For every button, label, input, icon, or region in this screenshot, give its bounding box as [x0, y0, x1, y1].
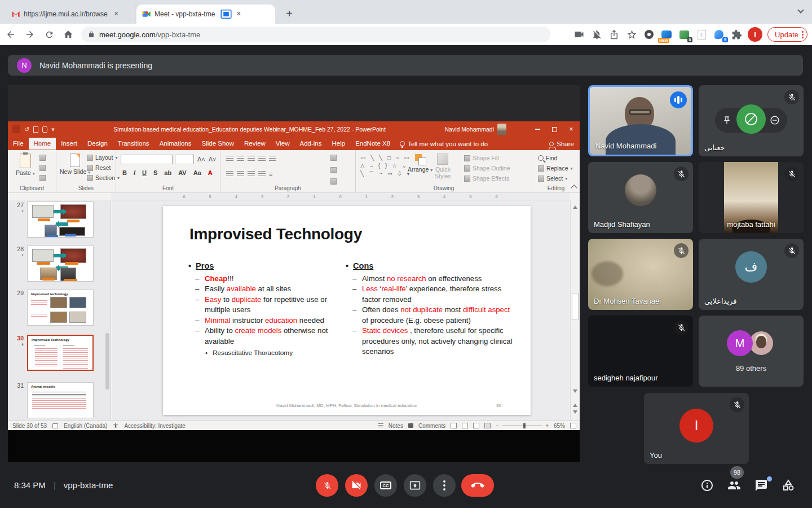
text-direction-icon[interactable]: [330, 155, 337, 161]
extension-uploader-icon[interactable]: [695, 28, 708, 41]
scroll-down-icon[interactable]: [573, 389, 577, 395]
layout-button[interactable]: Layout▾: [87, 154, 118, 161]
ribbon-tab[interactable]: Slide Show: [197, 138, 240, 150]
thumbnail-scrollbar[interactable]: [105, 333, 109, 389]
thumbnail-slide-27[interactable]: 27*: [11, 202, 94, 238]
more-options-button[interactable]: [433, 474, 456, 497]
character-spacing-button[interactable]: AV: [176, 169, 188, 176]
ribbon-tab[interactable]: EndNote X8: [350, 138, 395, 150]
bold-button[interactable]: B: [121, 169, 129, 176]
reset-button[interactable]: Reset: [87, 164, 111, 171]
extension-new-icon[interactable]: NEW: [660, 28, 673, 41]
camera-in-use-icon[interactable]: [573, 28, 585, 41]
normal-view-icon[interactable]: [451, 423, 457, 428]
minimize-button[interactable]: [529, 121, 546, 137]
reading-view-icon[interactable]: [473, 423, 479, 428]
extension-idm-icon[interactable]: X: [678, 28, 690, 41]
quick-styles-button[interactable]: QuickStyles: [435, 154, 451, 179]
ribbon-tab[interactable]: Help: [327, 138, 351, 150]
scroll-up-icon[interactable]: [573, 203, 577, 209]
justify-icon[interactable]: [258, 171, 266, 177]
thumbnail-slide-28[interactable]: 28*: [11, 246, 94, 282]
participant-tile-sedigheh[interactable]: sedigheh najafipour: [588, 316, 693, 387]
ribbon-tab[interactable]: Animations: [155, 138, 197, 150]
ribbon-tab[interactable]: Insert: [56, 138, 82, 150]
undo-icon[interactable]: ↺: [24, 126, 29, 133]
italic-button[interactable]: I: [132, 169, 137, 176]
participant-tile-jetabi[interactable]: جعتابی: [699, 85, 804, 156]
align-left-icon[interactable]: [226, 171, 233, 177]
align-right-icon[interactable]: [248, 171, 255, 177]
ribbon-tab[interactable]: Design: [82, 138, 113, 150]
change-case-button[interactable]: Aa: [192, 169, 203, 176]
address-bar[interactable]: meet.google.com/vpp-bxta-tme: [81, 27, 550, 42]
thumbnail-slide-31[interactable]: 31 Animal models: [11, 382, 94, 418]
chat-button[interactable]: [754, 479, 768, 492]
slide-vertical-scrollbar[interactable]: [570, 200, 580, 421]
font-color-button[interactable]: A: [206, 169, 214, 176]
columns-icon[interactable]: ≡: [269, 170, 272, 177]
font-name-input[interactable]: [121, 155, 173, 164]
tab-search-chevron-icon[interactable]: [798, 8, 806, 16]
ribbon-tab[interactable]: View: [271, 138, 295, 150]
activities-button[interactable]: [782, 479, 795, 492]
slide-canvas[interactable]: Improvised Technology •Pros –Cheap!!!–Ea…: [163, 206, 531, 415]
scrollbar-thumb[interactable]: [572, 293, 579, 320]
thumbnail-slide-29[interactable]: 29 Improvised technology: [11, 290, 94, 326]
underline-button[interactable]: U: [140, 169, 148, 176]
align-center-icon[interactable]: [237, 171, 244, 177]
ribbon-tab[interactable]: Transitions: [113, 138, 155, 150]
bookmark-star-icon[interactable]: [625, 28, 638, 41]
comments-button[interactable]: Comments: [418, 423, 445, 429]
new-slide-button[interactable]: New Slide ▾: [60, 154, 90, 175]
ribbon-display-options-icon[interactable]: [512, 121, 529, 137]
pin-icon[interactable]: [722, 116, 731, 125]
ppt-quick-access-toolbar[interactable]: ↺ ▾: [12, 125, 55, 133]
participant-tile-madjid[interactable]: Madjid Shafiayan: [588, 162, 693, 233]
grow-shrink-font-icons[interactable]: A˄A˅: [197, 156, 217, 163]
smartart-icon[interactable]: [330, 178, 337, 185]
extension-ghost-icon[interactable]: [643, 28, 655, 41]
find-button[interactable]: Find: [538, 155, 557, 161]
others-tile[interactable]: M 89 others: [699, 316, 804, 387]
zoom-slider[interactable]: − +: [496, 423, 549, 429]
format-painter-icon[interactable]: [39, 175, 46, 181]
fit-to-window-icon[interactable]: [570, 423, 576, 428]
close-button[interactable]: ×: [563, 121, 580, 137]
notes-button[interactable]: Notes: [389, 423, 403, 429]
zoom-thumb[interactable]: [523, 423, 526, 428]
mic-toggle-button[interactable]: [316, 474, 338, 497]
participant-tile-farida[interactable]: ف فريداعلايي: [699, 239, 804, 310]
next-slide-icon[interactable]: [573, 410, 577, 416]
participant-tile-navid[interactable]: Navid Mohammadi: [588, 85, 693, 156]
camera-toggle-button[interactable]: [345, 474, 368, 497]
ribbon-tab[interactable]: Add-ins: [295, 138, 327, 150]
section-button[interactable]: Section▾: [87, 174, 120, 181]
new-tab-button[interactable]: +: [282, 7, 297, 21]
browser-tab-meet[interactable]: Meet - vpp-bxta-tme ×: [136, 5, 275, 24]
leave-call-button[interactable]: [461, 474, 494, 497]
tell-me-box[interactable]: Tell me what you want to do: [400, 141, 488, 147]
slideshow-view-icon[interactable]: [484, 423, 491, 428]
zoom-in-icon[interactable]: +: [545, 423, 549, 429]
back-button[interactable]: [2, 26, 19, 43]
captions-button[interactable]: CC: [374, 474, 397, 497]
forward-button[interactable]: [21, 26, 38, 43]
chrome-update-button[interactable]: Update: [767, 27, 807, 42]
self-tile[interactable]: I You: [644, 393, 749, 464]
numbering-icon[interactable]: [237, 156, 244, 162]
meeting-details-button[interactable]: [700, 479, 714, 492]
font-size-input[interactable]: [175, 155, 194, 164]
browser-tab-ijme[interactable]: https://ijme.mui.ac.ir/browse.p ×: [6, 5, 135, 24]
slide-sorter-view-icon[interactable]: [462, 423, 468, 428]
save-icon[interactable]: [42, 126, 47, 133]
zoom-out-icon[interactable]: −: [496, 423, 499, 429]
cut-icon[interactable]: [39, 155, 46, 161]
align-text-icon[interactable]: [330, 167, 337, 173]
ribbon-tab[interactable]: File: [8, 138, 29, 150]
strikethrough-button[interactable]: S: [152, 169, 159, 176]
ribbon-tab[interactable]: Review: [239, 138, 271, 150]
ribbon-tab[interactable]: Home: [29, 138, 56, 150]
indent-decrease-icon[interactable]: [248, 156, 255, 162]
new-file-icon[interactable]: [33, 126, 38, 133]
